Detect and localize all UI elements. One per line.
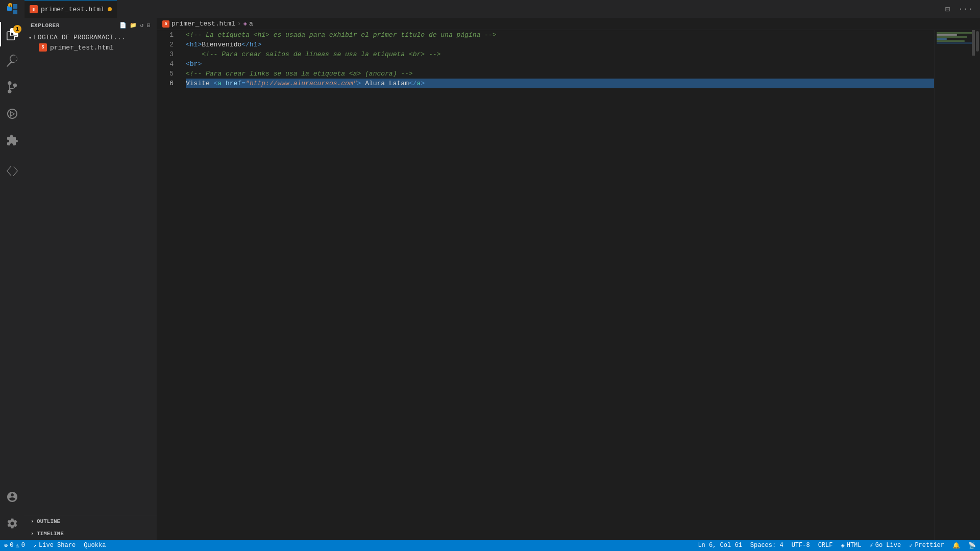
- code-tag-a-open: <: [214, 79, 218, 88]
- status-language[interactable]: ◈ HTML: [837, 540, 865, 551]
- bell-icon: 🔔: [952, 542, 960, 549]
- line-num-1: 1: [162, 30, 178, 40]
- code-text-visite: Visite: [186, 79, 214, 88]
- chevron-right-icon-2: ›: [31, 531, 34, 537]
- status-errors-item[interactable]: ⊗ 0 ⚠ 0: [0, 540, 29, 551]
- timeline-section[interactable]: › TIMELINE: [24, 528, 157, 540]
- tabs-bar: 5 primer_test.html: [24, 0, 943, 18]
- file-item[interactable]: 5 primer_test.html: [24, 42, 157, 53]
- breadcrumb: 5 primer_test.html › ◈ a: [157, 18, 980, 30]
- code-tag-h1-open: <h1>: [186, 40, 202, 49]
- live-share-label: Live Share: [39, 542, 76, 549]
- code-tag-a-close: >: [357, 79, 361, 88]
- folder-item[interactable]: ▾ LOGICA DE PROGRAMACI...: [24, 33, 157, 42]
- code-attr-href: href: [226, 79, 241, 88]
- main-area: 1: [0, 18, 980, 540]
- code-line-2: <h1>Bienvenido</h1>: [186, 40, 934, 49]
- refresh-icon[interactable]: ↺: [140, 22, 144, 29]
- sidebar: Explorer 📄 📁 ↺ ⊟ ▾ LOGICA DE PROGRAMACI.…: [24, 18, 157, 540]
- file-name: primer_test.html: [50, 44, 114, 52]
- extensions-icon: [6, 134, 18, 146]
- timeline-label: TIMELINE: [37, 531, 64, 537]
- run-icon: [6, 108, 18, 120]
- title-bar: 1 5 primer_test.html ⊟ ···: [0, 0, 980, 18]
- code-comment-5: <!-- Para crear links se usa la etiqueta…: [186, 69, 413, 79]
- activity-item-settings[interactable]: [0, 511, 24, 536]
- go-live-icon: ⚡: [870, 542, 873, 549]
- activity-item-run[interactable]: [0, 102, 24, 126]
- folder-name: LOGICA DE PROGRAMACI...: [34, 34, 125, 41]
- tab-modified-dot: [108, 7, 112, 11]
- title-bar-right: ⊟ ···: [943, 2, 980, 16]
- status-prettier[interactable]: ✓ Prettier: [905, 540, 948, 551]
- warning-count: 0: [21, 542, 25, 549]
- activity-item-source-control[interactable]: [0, 75, 24, 99]
- quokka-label: Quokka: [84, 542, 106, 549]
- line-num-4: 4: [162, 59, 178, 69]
- minimap-line-5: [937, 40, 965, 42]
- tab-html-icon: 5: [30, 5, 38, 13]
- code-tag-a-space: [222, 79, 226, 88]
- activity-item-account[interactable]: [0, 485, 24, 509]
- line-num-2: 2: [162, 40, 178, 49]
- code-content[interactable]: <!-- La etiqueta <h1> es usada para exhi…: [183, 30, 934, 540]
- line-num-6: 6: [162, 79, 178, 88]
- minimap-line-4: [937, 38, 947, 40]
- status-bell[interactable]: 🔔: [948, 540, 964, 551]
- position-label: Ln 6, Col 61: [698, 542, 742, 549]
- status-encoding[interactable]: UTF-8: [788, 540, 814, 551]
- account-icon: [6, 491, 18, 503]
- line-num-5: 5: [162, 69, 178, 79]
- file-html-icon: 5: [39, 43, 47, 52]
- active-tab[interactable]: 5 primer_test.html: [24, 0, 117, 18]
- code-line-3: <!-- Para crear saltos de líneas se usa …: [186, 49, 934, 59]
- code-line-6: Visite <a href="http://www.aluracursos.c…: [186, 79, 934, 88]
- remote-icon: [6, 165, 18, 177]
- sidebar-folder-section: ▾ LOGICA DE PROGRAMACI... 5 primer_test.…: [24, 33, 157, 53]
- more-button[interactable]: ···: [956, 3, 975, 16]
- prettier-icon: ✓: [909, 542, 913, 549]
- line-num-3: 3: [162, 49, 178, 59]
- outline-label: OUTLINE: [37, 518, 60, 524]
- minimap-line-2: [937, 34, 957, 36]
- status-broadcast[interactable]: 📡: [964, 540, 980, 551]
- svg-text:1: 1: [9, 5, 11, 8]
- spaces-label: Spaces: 4: [750, 542, 783, 549]
- code-container[interactable]: 1 2 3 4 5 6 <!-- La etiqueta <h1> es usa…: [157, 30, 980, 540]
- activity-bottom: [0, 485, 24, 540]
- new-file-icon[interactable]: 📄: [119, 22, 127, 29]
- minimap-scrollbar[interactable]: [972, 30, 975, 56]
- breadcrumb-html-icon: 5: [162, 20, 169, 28]
- minimap-line-6: [937, 42, 975, 44]
- code-tag-h1-close: </h1>: [241, 40, 261, 49]
- breadcrumb-symbol[interactable]: a: [249, 20, 253, 28]
- outline-section[interactable]: › OUTLINE: [24, 515, 157, 528]
- breadcrumb-separator: ›: [237, 20, 241, 28]
- status-position[interactable]: Ln 6, Col 61: [694, 540, 746, 551]
- sidebar-header-icons: 📄 📁 ↺ ⊟: [119, 22, 151, 29]
- minimap: [934, 30, 975, 540]
- status-spaces[interactable]: Spaces: 4: [746, 540, 788, 551]
- collapse-icon[interactable]: ⊟: [147, 22, 151, 29]
- status-bar: ⊗ 0 ⚠ 0 ↗ Live Share Quokka Ln 6, Col 61…: [0, 540, 980, 551]
- activity-item-explorer[interactable]: 1: [0, 22, 24, 46]
- breadcrumb-file[interactable]: primer_test.html: [172, 20, 235, 28]
- language-label: HTML: [847, 542, 862, 549]
- code-line-4: <br>: [186, 59, 934, 69]
- settings-icon: [6, 517, 18, 530]
- editor-scrollbar[interactable]: [975, 30, 980, 540]
- activity-item-extensions[interactable]: [0, 128, 24, 153]
- activity-item-remote[interactable]: [0, 159, 24, 183]
- go-live-label: Go Live: [875, 542, 901, 549]
- chevron-right-icon: ›: [31, 519, 34, 524]
- code-text-bienvenido: Bienvenido: [202, 40, 241, 49]
- status-quokka[interactable]: Quokka: [80, 540, 110, 551]
- status-go-live[interactable]: ⚡ Go Live: [866, 540, 905, 551]
- new-folder-icon[interactable]: 📁: [130, 22, 137, 29]
- warning-icon: ⚠: [15, 542, 19, 549]
- activity-item-search[interactable]: [0, 48, 24, 73]
- status-line-ending[interactable]: CRLF: [814, 540, 837, 551]
- status-live-share[interactable]: ↗ Live Share: [29, 540, 80, 551]
- layout-button[interactable]: ⊟: [943, 2, 952, 16]
- code-text-alura: Alura Latam: [361, 79, 409, 88]
